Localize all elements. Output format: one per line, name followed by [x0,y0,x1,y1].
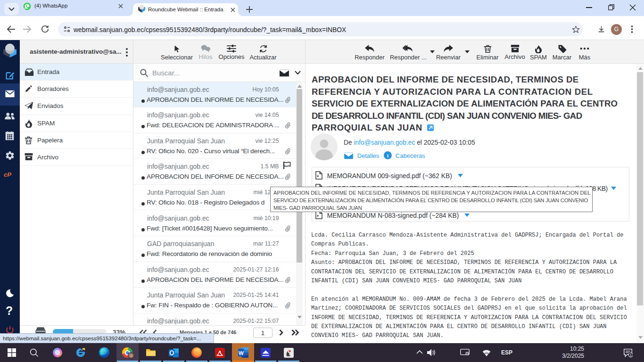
svg-text:i: i [387,153,388,158]
svg-text:1: 1 [630,353,632,357]
svg-text:W: W [239,350,244,356]
